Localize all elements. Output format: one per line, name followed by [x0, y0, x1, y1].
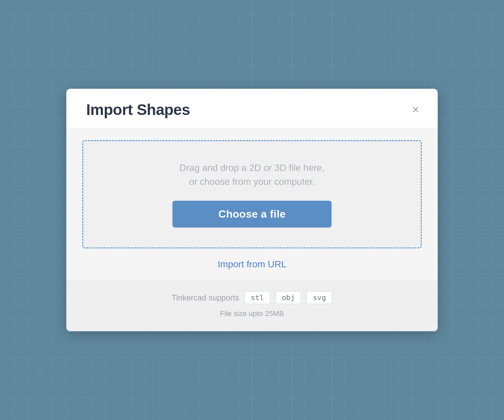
format-badge-svg: svg: [306, 291, 332, 304]
dialog-title: Import Shapes: [86, 101, 190, 119]
close-button[interactable]: ×: [409, 102, 422, 117]
import-url-section: Import from URL: [82, 248, 422, 280]
drop-zone[interactable]: Drag and drop a 2D or 3D file here, or c…: [82, 140, 422, 248]
supports-label: Tinkercad supports: [172, 293, 239, 302]
dialog-body: Drag and drop a 2D or 3D file here, or c…: [66, 128, 438, 280]
supported-formats: Tinkercad supports stl obj svg: [172, 291, 332, 304]
drop-zone-line1: Drag and drop a 2D or 3D file here,: [179, 163, 324, 173]
format-badge-obj: obj: [276, 291, 301, 304]
dialog-header: Import Shapes ×: [66, 89, 438, 128]
drop-zone-instruction: Drag and drop a 2D or 3D file here, or c…: [179, 161, 324, 189]
drop-zone-line2: or choose from your computer.: [189, 177, 315, 187]
import-shapes-dialog: Import Shapes × Drag and drop a 2D or 3D…: [66, 89, 438, 331]
import-from-url-link[interactable]: Import from URL: [218, 259, 286, 270]
choose-file-button[interactable]: Choose a file: [172, 201, 332, 228]
dialog-footer: Tinkercad supports stl obj svg File size…: [66, 280, 438, 331]
file-size-label: File size upto 25MB: [220, 309, 284, 318]
format-badge-stl: stl: [244, 291, 270, 304]
